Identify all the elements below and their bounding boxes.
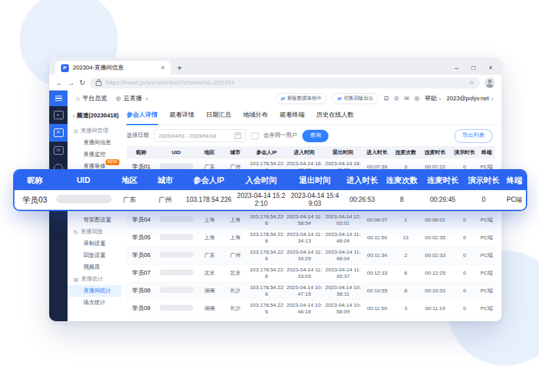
back-icon[interactable]: ← bbox=[56, 79, 63, 87]
redacted-uid bbox=[159, 234, 193, 240]
sidebar-item-background-setting[interactable]: 背景图设置 bbox=[68, 214, 121, 226]
minimize-icon[interactable]: – bbox=[455, 64, 459, 71]
table-cell: 广东 bbox=[197, 247, 222, 265]
clock-icon[interactable]: ⊙ bbox=[394, 95, 399, 102]
close-icon[interactable]: × bbox=[489, 64, 492, 71]
table-cell: 00:06:07 bbox=[363, 212, 392, 229]
new-tab-icon[interactable]: + bbox=[177, 63, 182, 73]
lock-icon bbox=[96, 81, 102, 86]
sidebar-item-session-stats[interactable]: 场次统计 bbox=[68, 297, 121, 309]
table-cell: 00:26:53 bbox=[342, 190, 382, 210]
switch-old-console-button[interactable]: ⇄ 切换旧版后台 bbox=[332, 93, 378, 104]
layout-icon: ⊟ bbox=[54, 146, 64, 155]
rail-item-data[interactable]: ≡ bbox=[49, 124, 68, 142]
column-header: 参会人IP bbox=[183, 170, 234, 190]
sidebar-section-playback[interactable]: ↻ 直播回放 bbox=[68, 226, 121, 238]
help-label: 帮助 bbox=[425, 94, 437, 103]
playback-icon: ↻ bbox=[73, 229, 78, 235]
date-range-value: 2023/04/01 - 2023/04/18 bbox=[159, 133, 216, 139]
sidebar-item-label: 直播回放 bbox=[81, 228, 103, 236]
app-header: ⌂ 平台总览 ◎ 云直播 ∨ ⇄ 新版数据体验中 ⇄ 切换旧版后台 ⊡ ⊙ ✉ … bbox=[49, 90, 502, 107]
table-cell: 13 bbox=[392, 229, 420, 247]
column-header: 退出时间 bbox=[324, 146, 363, 159]
table-cell: 2023-04-14 11:45:37 bbox=[324, 265, 363, 283]
date-filter-label: 选择日期 bbox=[127, 132, 149, 140]
table-cell: 2023-04-14 11:34:29 bbox=[285, 247, 324, 265]
table-cell: 00:12:33 bbox=[363, 265, 392, 283]
rail-item-layout[interactable]: ⊟ bbox=[49, 142, 68, 159]
profile-avatar[interactable] bbox=[485, 77, 495, 88]
table-cell bbox=[156, 283, 197, 300]
tab-region-distribution[interactable]: 地域分布 bbox=[243, 106, 268, 125]
tab-date-summary[interactable]: 日期汇总 bbox=[207, 106, 231, 125]
table-cell: 学员09 bbox=[127, 300, 156, 318]
table-cell: 0 bbox=[450, 283, 478, 300]
browser-tab[interactable]: P 202304-直播间信息 × bbox=[55, 61, 170, 75]
table-cell: PC端 bbox=[479, 300, 495, 318]
sidebar-item-room-info[interactable]: 直播间信息 bbox=[68, 137, 121, 149]
export-list-button[interactable]: 导出列表 bbox=[454, 129, 492, 143]
icon-rail: ▸ ≡ ⊟ ∙ bbox=[49, 106, 68, 321]
tab-viewing-terminal[interactable]: 观看终端 bbox=[280, 106, 305, 125]
table-cell: 00:10:55 bbox=[363, 283, 392, 300]
maximize-icon[interactable]: □ bbox=[471, 64, 475, 71]
service-icon[interactable]: ◎ bbox=[414, 95, 420, 102]
tab-close-icon[interactable]: × bbox=[161, 64, 165, 71]
column-header: 演示时长 bbox=[450, 146, 478, 159]
list-icon: ≡ bbox=[54, 128, 64, 137]
monitor-icon[interactable]: ⊡ bbox=[384, 95, 389, 102]
merge-user-checkbox[interactable] bbox=[251, 132, 258, 140]
badge-label: 新版数据体验中 bbox=[287, 95, 322, 102]
table-cell: 00:11:50 bbox=[363, 229, 392, 247]
channel-header[interactable]: ‹ 频道(20230418) bbox=[68, 106, 121, 125]
sidebar-item-record-setting[interactable]: 录制设置 bbox=[68, 238, 121, 250]
table-cell: 2023-04-14 11:46:04 bbox=[324, 247, 363, 265]
table-row: 学员04上海上海103.178.54.2262023-04-14 11:58:5… bbox=[127, 212, 495, 229]
merge-user-label: 合并同一用户 bbox=[264, 132, 297, 140]
table-cell: 学员08 bbox=[127, 283, 156, 300]
table-cell: 2023-04-14 11:58:54 bbox=[285, 212, 324, 229]
redacted-uid bbox=[159, 216, 193, 222]
sidebar-item-playback-setting[interactable]: 回放设置 bbox=[68, 250, 121, 262]
table-cell: 2023-04-14 12:03:01 bbox=[324, 212, 363, 229]
tab-viewing-details[interactable]: 观看详情 bbox=[170, 106, 195, 125]
table-cell: 0 bbox=[464, 190, 503, 210]
query-button[interactable]: 查询 bbox=[302, 130, 329, 142]
table-cell: 北京 bbox=[197, 265, 222, 283]
sidebar-section-live-stats[interactable]: ▤ 直播统计 bbox=[68, 273, 121, 285]
table-cell: 2023-04-14 10:46:18 bbox=[285, 300, 324, 318]
mail-icon[interactable]: ✉ bbox=[404, 95, 409, 102]
table-header-row: 昵称UID地区城市参会人IP入会时间退出时间进入时长连麦次数连麦时长演示时长终端 bbox=[14, 170, 526, 190]
reload-icon[interactable]: ↻ bbox=[79, 79, 85, 87]
table-cell: 103.178.54.226 bbox=[248, 300, 285, 318]
sidebar-item-room-stats[interactable]: 直播间统计 bbox=[68, 285, 121, 297]
bookmark-star-icon[interactable]: ☆ bbox=[469, 79, 474, 86]
table-cell: 0 bbox=[450, 247, 478, 265]
url-field[interactable]: https://meet.polyv.net/class?channelId=2… bbox=[90, 77, 480, 88]
sidebar-item-label: 直播间信息 bbox=[83, 139, 111, 147]
main-content: 参会人详情 观看详情 日期汇总 地域分布 观看终端 历史在线人数 选择日期 20… bbox=[121, 106, 502, 321]
swap-icon: ⇄ bbox=[337, 96, 342, 102]
date-range-input[interactable]: 2023/04/01 - 2023/04/18 bbox=[154, 129, 246, 142]
rail-item-live[interactable]: ▸ bbox=[49, 106, 68, 124]
badge-label: 切换旧版后台 bbox=[344, 95, 373, 102]
tab-history-online[interactable]: 历史在线人数 bbox=[317, 106, 354, 125]
magnified-row-table: 昵称UID地区城市参会人IP入会时间退出时间进入时长连麦次数连麦时长演示时长终端… bbox=[14, 170, 526, 210]
new-badge: NEW bbox=[106, 159, 119, 165]
new-data-badge-button[interactable]: ⇄ 新版数据体验中 bbox=[275, 93, 327, 104]
table-cell: 8 bbox=[383, 190, 422, 210]
nav-platform-overview[interactable]: ⌂ 平台总览 bbox=[76, 94, 107, 103]
table-cell: 上海 bbox=[197, 212, 222, 229]
table-cell: 2023-04-14 10:58:09 bbox=[324, 300, 363, 318]
tab-participant-details[interactable]: 参会人详情 bbox=[127, 106, 158, 125]
table-row: 学员07北京北京103.178.54.2262023-04-14 11:33:0… bbox=[127, 265, 495, 283]
sidebar-section-live-manage[interactable]: ⊡ 直播间管理 bbox=[68, 125, 121, 137]
table-cell: 0 bbox=[450, 229, 478, 247]
account-menu[interactable]: 2023@polyv.net ∨ bbox=[447, 95, 494, 102]
sidebar-item-video-library[interactable]: 视频库 bbox=[68, 262, 121, 273]
forward-icon[interactable]: → bbox=[68, 79, 75, 87]
nav-cloud-live[interactable]: ◎ 云直播 ∨ bbox=[115, 94, 148, 103]
table-cell: 2023-04-14 11:46:04 bbox=[324, 229, 363, 247]
sidebar-toggle-button[interactable] bbox=[49, 90, 68, 106]
help-menu[interactable]: 帮助 ∨ bbox=[425, 94, 441, 103]
